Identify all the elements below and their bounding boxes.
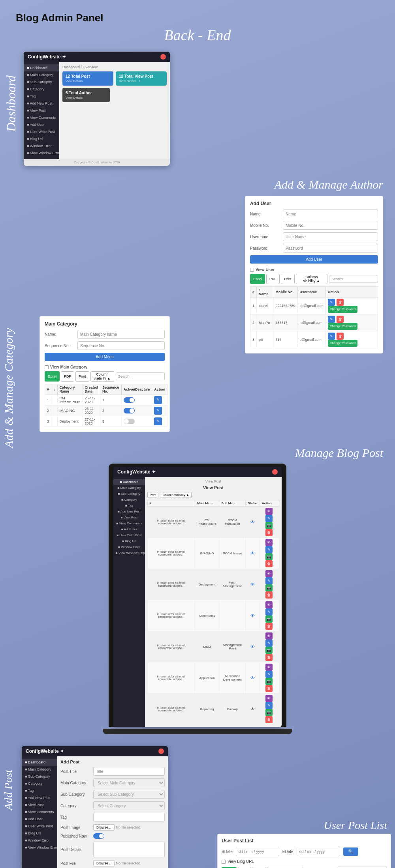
up-search-input[interactable]: [338, 866, 387, 868]
del-btn[interactable]: 🗑: [265, 560, 273, 567]
edit-btn[interactable]: ✎: [265, 515, 273, 522]
img-btn[interactable]: 📷: [265, 615, 273, 623]
view-btn[interactable]: 👁: [265, 508, 273, 515]
close-icon[interactable]: [158, 748, 164, 754]
toggle-on-icon[interactable]: [124, 408, 135, 413]
add-menu-button[interactable]: Add Menu: [45, 353, 165, 361]
edit-btn[interactable]: ✎: [265, 640, 273, 647]
view-blog-url-checkbox[interactable]: [222, 860, 226, 864]
ls-add-user[interactable]: ■ Add User: [113, 526, 145, 532]
ls-sub-cat[interactable]: ■ Sub-Category: [113, 491, 145, 497]
sidebar-item-user-write[interactable]: ■ User Write Post: [24, 128, 59, 135]
stat-link-author[interactable]: View Details: [66, 96, 107, 99]
row-toggle[interactable]: [121, 406, 152, 416]
view-btn[interactable]: 👁: [265, 664, 273, 671]
category-select[interactable]: Select Category: [93, 801, 165, 810]
date-search-btn[interactable]: 🔍: [343, 847, 358, 856]
sdate-input[interactable]: [236, 847, 279, 856]
username-input[interactable]: [283, 232, 378, 241]
edate-input[interactable]: [297, 847, 340, 856]
post-print-btn[interactable]: Print: [147, 492, 158, 498]
post-details-editor[interactable]: [93, 842, 165, 857]
ls-dashboard[interactable]: ■ Dashboard: [113, 479, 145, 485]
seq-no-input[interactable]: [77, 341, 165, 350]
edit-cat-btn[interactable]: ✎: [154, 417, 162, 425]
row-toggle[interactable]: [121, 416, 152, 427]
edit-btn[interactable]: ✎: [265, 577, 273, 584]
toggle-off-icon[interactable]: [124, 419, 135, 424]
ls-main-cat[interactable]: ■ Main Category: [113, 485, 145, 491]
stat-link-views[interactable]: View Details 1: [119, 79, 164, 83]
ls-comments[interactable]: ■ View Comments: [113, 520, 145, 526]
img-btn[interactable]: 📷: [265, 553, 273, 560]
change-pwd-btn[interactable]: Change Password: [328, 306, 357, 313]
sidebar-item-dashboard[interactable]: ■ Dashboard: [24, 64, 59, 71]
sidebar-item-window-error[interactable]: ■ Window Error: [24, 142, 59, 150]
published-toggle[interactable]: [93, 833, 104, 839]
excel-btn[interactable]: Excel: [250, 274, 265, 284]
del-btn[interactable]: 🗑: [265, 591, 273, 599]
aps-view-post[interactable]: ■ View Post: [22, 801, 57, 808]
img-btn[interactable]: 📷: [265, 522, 273, 529]
ls-window-error[interactable]: ■ Window Error: [113, 544, 145, 550]
cat-name-input[interactable]: [77, 330, 165, 339]
close-icon[interactable]: [160, 54, 166, 60]
ls-tag[interactable]: ■ Tag: [113, 503, 145, 509]
aps-main-cat[interactable]: ■ Main Category: [22, 766, 57, 773]
delete-btn[interactable]: 🗑: [337, 299, 344, 306]
add-user-button[interactable]: Add User: [250, 255, 378, 264]
aps-comments[interactable]: ■ View Comments: [22, 808, 57, 816]
aps-sub-cat[interactable]: ■ Sub-Category: [22, 773, 57, 780]
post-title-input[interactable]: [93, 767, 165, 776]
sidebar-item-category[interactable]: ■ Category: [24, 86, 59, 93]
col-visibility-btn[interactable]: Column visibility ▲: [296, 274, 327, 284]
edit-btn[interactable]: ✎: [265, 608, 273, 615]
aps-dashboard[interactable]: ■ Dashboard: [22, 759, 57, 766]
edit-cat-btn[interactable]: ✎: [154, 396, 162, 404]
del-btn[interactable]: 🗑: [265, 529, 273, 536]
print-btn[interactable]: Print: [281, 274, 295, 284]
aps-blog-url[interactable]: ■ Blog Url: [22, 830, 57, 837]
sidebar-item-comments[interactable]: ■ View Comments: [24, 114, 59, 121]
aps-add-user[interactable]: ■ Add User: [22, 816, 57, 823]
sidebar-item-blog-url[interactable]: ■ Blog Url: [24, 135, 59, 142]
cat-excel-btn[interactable]: Excel: [45, 371, 60, 382]
password-input[interactable]: [283, 244, 378, 253]
name-input[interactable]: [283, 210, 378, 218]
cat-pdf-btn[interactable]: PDF: [61, 371, 74, 382]
edit-btn[interactable]: ✎: [328, 299, 335, 306]
sidebar-item-add-post[interactable]: ■ Add New Post: [24, 100, 59, 107]
user-search-input[interactable]: [329, 275, 378, 283]
img-btn[interactable]: 📷: [265, 709, 273, 716]
del-btn[interactable]: 🗑: [265, 716, 273, 723]
view-btn[interactable]: 👁: [265, 570, 273, 577]
view-user-checkbox[interactable]: [250, 268, 254, 272]
row-toggle[interactable]: [121, 395, 152, 406]
cat-search-input[interactable]: [116, 372, 165, 380]
edit-btn[interactable]: ✎: [265, 702, 273, 709]
sidebar-item-tag[interactable]: ■ Tag: [24, 93, 59, 100]
sidebar-item-view-post[interactable]: ■ View Post: [24, 107, 59, 114]
cat-print-btn[interactable]: Print: [75, 371, 89, 382]
edit-cat-btn[interactable]: ✎: [154, 407, 162, 415]
del-btn[interactable]: 🗑: [265, 685, 273, 692]
mobile-input[interactable]: [283, 221, 378, 230]
post-col-btn[interactable]: Column visibility ▲: [160, 492, 192, 498]
browse-image-btn[interactable]: Browse...: [93, 824, 115, 831]
close-icon[interactable]: [272, 469, 278, 475]
view-btn[interactable]: 👁: [265, 601, 273, 608]
view-btn[interactable]: 👁: [265, 695, 273, 702]
browse-file-btn[interactable]: Browse...: [93, 860, 115, 866]
aps-tag[interactable]: ■ Tag: [22, 787, 57, 794]
ls-blog-url[interactable]: ■ Blog Url: [113, 538, 145, 544]
ls-view-post[interactable]: ■ View Post: [113, 514, 145, 520]
ls-user-write[interactable]: ■ User Write Post: [113, 532, 145, 538]
stat-link-posts[interactable]: View Details: [66, 79, 110, 83]
ls-add-post[interactable]: ■ Add New Post: [113, 509, 145, 514]
main-cat-select[interactable]: Select Main Category: [93, 778, 165, 787]
sub-cat-select[interactable]: Select Sub Category: [93, 790, 165, 799]
sidebar-item-view-window[interactable]: ■ View Window Erro...: [24, 150, 59, 157]
aps-view-window[interactable]: ■ View Window Erro...: [22, 844, 57, 851]
view-btn[interactable]: 👁: [265, 539, 273, 546]
pdf-btn[interactable]: PDF: [266, 274, 280, 284]
